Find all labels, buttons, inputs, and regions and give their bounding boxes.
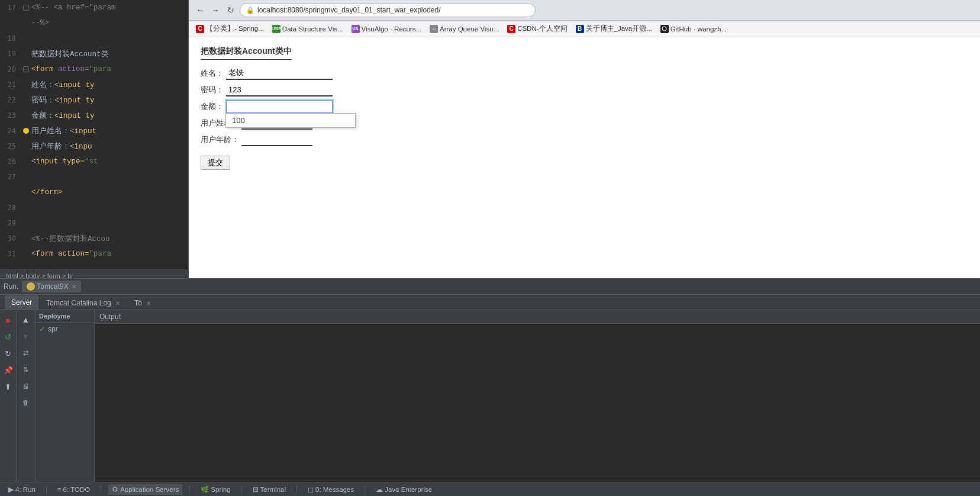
refresh-button[interactable]: ↻ xyxy=(224,4,237,17)
check-icon: ✓ xyxy=(39,324,46,333)
editor-line-26[interactable]: 26 <input type="st xyxy=(0,154,188,169)
pin-icon[interactable]: 📌 xyxy=(2,363,15,376)
update-icon[interactable]: ↻ xyxy=(2,347,15,360)
scroll-up-btn[interactable]: ▲ xyxy=(19,313,33,327)
panel-tab-catalina-close[interactable]: ✕ xyxy=(115,300,120,307)
bookmark-spring-icon: C xyxy=(196,25,204,33)
ide-editor: 17 − <%-- <a href="param --%> 18 19 把数据封… xyxy=(0,0,188,278)
panel-tab-to[interactable]: To ✕ xyxy=(128,296,157,310)
run-tab-close[interactable]: ✕ xyxy=(72,284,76,290)
form-row-amount: 金额： 100 xyxy=(201,100,968,113)
run-label: Run: xyxy=(4,282,18,291)
line-number: 22 xyxy=(0,96,21,104)
appservers-icon: ⚙ xyxy=(112,485,118,494)
editor-lines: 17 − <%-- <a href="param --%> 18 19 把数据封… xyxy=(0,0,188,278)
editor-line-23[interactable]: 23 金额：<input ty xyxy=(0,108,188,123)
bookmark-array[interactable]: ○ Array Queue Visu... xyxy=(426,23,502,35)
status-sep-2 xyxy=(101,485,101,494)
status-terminal[interactable]: ⊟ Terminal xyxy=(249,484,289,495)
forward-button[interactable]: → xyxy=(209,4,222,17)
label-password: 密码： xyxy=(201,85,224,95)
spring-icon: 🌿 xyxy=(201,485,209,494)
deploy-icon[interactable]: ⬆ xyxy=(2,380,15,393)
filter-btn[interactable]: ⇅ xyxy=(19,362,33,376)
rerun-icon[interactable]: ■ xyxy=(2,314,15,327)
line-code: <form action="para xyxy=(31,250,111,258)
restart-icon[interactable]: ↺ xyxy=(2,330,15,343)
editor-line-25[interactable]: 25 用户年龄：<inpu xyxy=(0,139,188,154)
run-toolbar: Run: Tomcat9X ✕ xyxy=(0,278,980,295)
input-password[interactable] xyxy=(226,83,333,96)
wrap-btn[interactable]: ⇄ xyxy=(19,346,33,360)
label-userage: 用户年龄： xyxy=(201,134,239,145)
bookmark-array-label: Array Queue Visu... xyxy=(440,25,499,33)
clear-btn[interactable]: 🗑 xyxy=(19,395,33,410)
deployment-item[interactable]: ✓ spr xyxy=(36,323,94,335)
deployment-header: Deployme xyxy=(36,310,94,323)
editor-line-22[interactable]: 22 密码：<input ty xyxy=(0,92,188,108)
bookmark-ds-icon: USF xyxy=(272,25,281,33)
input-name[interactable] xyxy=(226,67,333,80)
status-messages[interactable]: ◻ 0: Messages xyxy=(304,484,357,495)
line-number: 26 xyxy=(0,157,21,166)
bookmark-spring[interactable]: C 【分类】- Spring... xyxy=(192,22,267,35)
status-todo[interactable]: ≡ 6: TODO xyxy=(54,485,94,494)
browser-window: ← → ↻ 🔒 localhost:8080/springmvc_day01_0… xyxy=(188,0,980,278)
line-code: 把数据封装Account类 xyxy=(31,49,109,59)
bottom-panel: Run: Tomcat9X ✕ Server Tomcat Catalina L… xyxy=(0,278,980,496)
panel-tab-to-close[interactable]: ✕ xyxy=(146,300,151,307)
print-btn[interactable]: 🖨 xyxy=(19,379,33,393)
bookmark-blog-label: 关于博主_Java开源... xyxy=(586,24,652,33)
editor-line-31[interactable]: 31 <form action="para xyxy=(0,246,188,262)
submit-button[interactable]: 提交 xyxy=(201,156,230,170)
bookmark-github[interactable]: ⬡ GitHub - wangzh... xyxy=(657,23,730,35)
autocomplete-item-100[interactable]: 100 xyxy=(226,114,355,127)
bookmark-ds-label: Data Structure Vis... xyxy=(282,25,343,33)
lock-icon: 🔒 xyxy=(246,7,254,14)
editor-line-27[interactable]: 27 xyxy=(0,169,188,185)
panel-tab-catalina[interactable]: Tomcat Catalina Log ✕ xyxy=(40,296,127,310)
back-button[interactable]: ← xyxy=(194,4,207,17)
line-code: <%--把数据封装Accou xyxy=(31,234,110,244)
fold-arrow-icon2[interactable]: − xyxy=(23,66,29,72)
bookmark-visoalgo[interactable]: VA VisuAlgo - Recurs... xyxy=(348,23,425,35)
input-userage[interactable] xyxy=(241,133,312,146)
fold-icon[interactable]: − xyxy=(21,66,31,72)
line-number: 20 xyxy=(0,65,21,73)
status-spring-label: Spring xyxy=(211,486,230,493)
bookmark-csdn-icon: C xyxy=(507,25,515,33)
editor-line-29[interactable]: 29 xyxy=(0,215,188,231)
editor-line-form-close[interactable]: </form> xyxy=(0,185,188,200)
editor-line-18[interactable]: 18 xyxy=(0,31,188,46)
editor-line-30[interactable]: 30 <%--把数据封装Accou xyxy=(0,231,188,246)
editor-line-17b[interactable]: --%> xyxy=(0,15,188,31)
status-run[interactable]: ▶ 4: Run xyxy=(5,484,39,495)
editor-line-24[interactable]: 24 用户姓名：<input xyxy=(0,123,188,139)
breadcrumb-html[interactable]: html > body > form > br xyxy=(6,272,73,278)
editor-line-19[interactable]: 19 把数据封装Account类 xyxy=(0,46,188,62)
bookmark-blog[interactable]: B 关于博主_Java开源... xyxy=(572,22,656,35)
panel-tab-server[interactable]: Server xyxy=(5,295,38,310)
fold-arrow-icon[interactable]: − xyxy=(23,5,29,11)
run-tab-tomcat[interactable]: Tomcat9X ✕ xyxy=(22,281,80,292)
address-bar[interactable]: 🔒 localhost:8080/springmvc_day01_01_star… xyxy=(240,3,536,17)
status-run-label: 4: Run xyxy=(15,486,36,493)
status-appservers[interactable]: ⚙ Application Servers xyxy=(108,484,182,495)
status-spring[interactable]: 🌿 Spring xyxy=(197,484,234,495)
scroll-down-btn[interactable]: ▼ xyxy=(19,329,33,343)
breakpoint-icon[interactable] xyxy=(21,128,31,134)
editor-line-21[interactable]: 21 姓名：<input ty xyxy=(0,77,188,92)
status-sep-1 xyxy=(46,485,47,494)
status-messages-label: 0: Messages xyxy=(315,486,354,493)
bookmark-ds[interactable]: USF Data Structure Vis... xyxy=(269,23,347,35)
bookmark-csdn[interactable]: C CSDN-个人空间 xyxy=(504,22,570,35)
java-enterprise-icon: ☁ xyxy=(376,485,383,494)
panel-tab-server-label: Server xyxy=(11,298,32,307)
editor-line-17[interactable]: 17 − <%-- <a href="param xyxy=(0,0,188,15)
input-amount[interactable] xyxy=(226,100,333,113)
line-code: 金额：<input ty xyxy=(31,111,95,121)
editor-line-20[interactable]: 20 − <form action="para xyxy=(0,62,188,77)
fold-icon[interactable]: − xyxy=(21,5,31,11)
status-java-enterprise[interactable]: ☁ Java Enterprise xyxy=(372,484,436,495)
editor-line-28[interactable]: 28 xyxy=(0,200,188,215)
